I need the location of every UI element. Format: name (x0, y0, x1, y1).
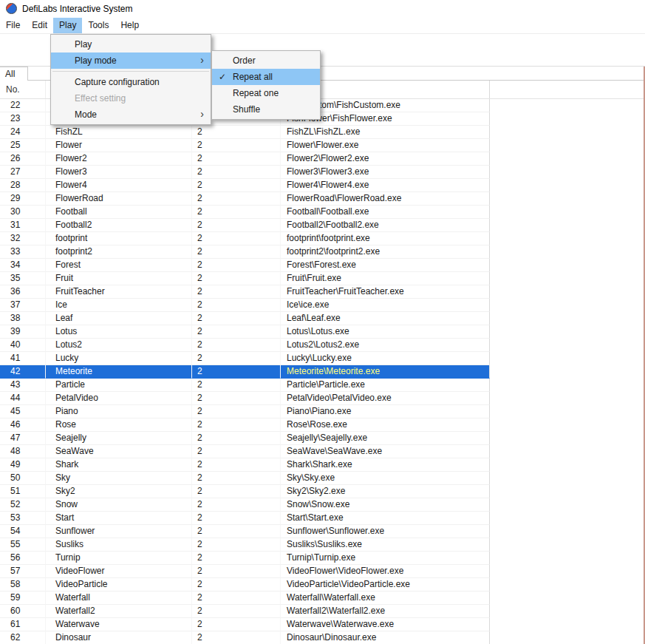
window-title: DefiLabs Interactive System (22, 4, 132, 14)
table-row[interactable]: 27Flower32Flower3\Flower3.exe (0, 166, 645, 179)
table-row[interactable]: 42Meteorite2Meteorite\Meteorite.exe (0, 365, 645, 379)
table-row[interactable]: 53Start2Start\Start.exe (0, 512, 645, 525)
table-row[interactable]: 60Waterfall22Waterfall2\Waterfall2.exe (0, 605, 645, 618)
cell-name: Football (46, 206, 192, 219)
table-row[interactable]: 58VideoParticle2VideoParticle\VideoParti… (0, 578, 645, 592)
play-mode-item-shuffle[interactable]: Shuffle (212, 101, 320, 118)
play-mode-item-repeat-one[interactable]: Repeat one (212, 85, 320, 101)
play-menu-item-play[interactable]: Play (51, 36, 211, 52)
table-row[interactable]: 32footprint2footprint\footprint.exe (0, 232, 645, 245)
cell-count: 2 (192, 219, 281, 232)
cell-count: 2 (192, 618, 281, 631)
cell-no: 54 (0, 525, 46, 538)
table-row[interactable]: 35Fruit2Fruit\Fruit.exe (0, 272, 645, 285)
cell-name: Waterfall2 (46, 605, 192, 618)
table-row[interactable]: 52Snow2Snow\Snow.exe (0, 498, 645, 512)
table-row[interactable]: 50Sky2Sky\Sky.exe (0, 472, 645, 485)
play-menu-item-capture-configuration[interactable]: Capture configuration (51, 74, 211, 90)
table-row[interactable]: 25Flower2Flower\Flower.exe (0, 139, 645, 152)
table-row[interactable]: 38Leaf2Leaf\Leaf.exe (0, 312, 645, 325)
table-row[interactable]: 55Susliks2Susliks\Susliks.exe (0, 538, 645, 552)
cell-no: 58 (0, 578, 46, 592)
cell-path: FishZL\FishZL.exe (281, 126, 490, 139)
menu-separator (52, 71, 209, 72)
cell-no: 47 (0, 432, 46, 445)
play-mode-item-order[interactable]: Order (212, 52, 320, 69)
cell-count: 2 (192, 498, 281, 512)
table-row[interactable]: 61Waterwave2Waterwave\Waterwave.exe (0, 618, 645, 631)
play-menu-item-play-mode[interactable]: Play mode› (51, 52, 211, 69)
cell-count: 2 (192, 631, 281, 644)
table-row[interactable]: 24FishZL2FishZL\FishZL.exe (0, 126, 645, 139)
table-row[interactable]: 43Particle2Particle\Particle.exe (0, 379, 645, 392)
cell-no: 50 (0, 472, 46, 485)
table-row[interactable]: 39Lotus2Lotus\Lotus.exe (0, 325, 645, 339)
cell-path: Lucky\Lucky.exe (281, 352, 490, 365)
cell-no: 40 (0, 339, 46, 352)
cell-no: 46 (0, 418, 46, 432)
cell-count: 2 (192, 605, 281, 618)
cell-name: SeaWave (46, 445, 192, 458)
play-menu-item-mode[interactable]: Mode› (51, 106, 211, 123)
cell-no: 24 (0, 126, 46, 139)
cell-name: Lotus2 (46, 339, 192, 352)
table-row[interactable]: 37Ice2Ice\ice.exe (0, 299, 645, 312)
table-row[interactable]: 29FlowerRoad2FlowerRoad\FlowerRoad.exe (0, 192, 645, 206)
cell-no: 36 (0, 285, 46, 299)
table-row[interactable]: 47Seajelly2Seajelly\Seajelly.exe (0, 432, 645, 445)
cell-count: 2 (192, 472, 281, 485)
table-row[interactable]: 26Flower22Flower2\Flower2.exe (0, 152, 645, 166)
cell-path: FlowerRoad\FlowerRoad.exe (281, 192, 490, 206)
cell-count: 2 (192, 405, 281, 418)
cell-no: 49 (0, 458, 46, 472)
table-row[interactable]: 54Sunflower2Sunflower\Sunflower.exe (0, 525, 645, 538)
cell-name: Sky2 (46, 485, 192, 498)
table-row[interactable]: 45Piano2Piano\Piano.exe (0, 405, 645, 418)
cell-no: 57 (0, 565, 46, 578)
table-row[interactable]: 57VideoFlower2VideoFlower\VideoFlower.ex… (0, 565, 645, 578)
table-row[interactable]: 49Shark2Shark\Shark.exe (0, 458, 645, 472)
table-row[interactable]: 51Sky22Sky2\Sky2.exe (0, 485, 645, 498)
cell-path: VideoParticle\VideoParticle.exe (281, 578, 490, 592)
table-body: 22FishCustom2FishCustom\FishCustom.exe23… (0, 99, 645, 644)
table-row[interactable]: 46Rose2Rose\Rose.exe (0, 418, 645, 432)
menubar-item-help[interactable]: Help (115, 18, 145, 33)
cell-name: Start (46, 512, 192, 525)
playlist-table: No. 22FishCustom2FishCustom\FishCustom.e… (0, 81, 645, 644)
table-row[interactable]: 34Forest2Forest\Forest.exe (0, 259, 645, 272)
table-row[interactable]: 62Dinosaur2Dinosaur\Dinosaur.exe (0, 631, 645, 644)
cell-name: footprint2 (46, 245, 192, 259)
cell-count: 2 (192, 259, 281, 272)
header-no[interactable]: No. (0, 81, 46, 98)
cell-name: Susliks (46, 538, 192, 552)
table-row[interactable]: 33footprint22footprint2\footprint2.exe (0, 245, 645, 259)
table-row[interactable]: 48SeaWave2SeaWave\SeaWave.exe (0, 445, 645, 458)
menubar-item-play[interactable]: Play (53, 18, 82, 33)
menubar-item-file[interactable]: File (0, 18, 26, 33)
table-row[interactable]: 40Lotus22Lotus2\Lotus2.exe (0, 339, 645, 352)
play-mode-item-repeat-all[interactable]: ✓Repeat all (212, 69, 320, 85)
table-row[interactable]: 56Turnip2Turnip\Turnip.exe (0, 552, 645, 565)
cell-name: FruitTeacher (46, 285, 192, 299)
table-row[interactable]: 36FruitTeacher2FruitTeacher\FruitTeacher… (0, 285, 645, 299)
table-row[interactable]: 31Football22Football2\Football2.exe (0, 219, 645, 232)
cell-count: 2 (192, 232, 281, 245)
cell-count: 2 (192, 152, 281, 166)
tab-all[interactable]: All (0, 67, 28, 81)
cell-no: 25 (0, 139, 46, 152)
menu-item-label: Effect setting (75, 93, 126, 104)
table-row[interactable]: 59Waterfall2Waterfall\Waterfall.exe (0, 592, 645, 605)
cell-path: Flower\Flower.exe (281, 139, 490, 152)
cell-no: 42 (0, 365, 46, 379)
cell-no: 38 (0, 312, 46, 325)
table-row[interactable]: 30Football2Football\Football.exe (0, 206, 645, 219)
menubar-item-edit[interactable]: Edit (26, 18, 53, 33)
menu-item-label: Repeat all (233, 72, 273, 82)
table-row[interactable]: 41Lucky2Lucky\Lucky.exe (0, 352, 645, 365)
menubar-item-tools[interactable]: Tools (82, 18, 115, 33)
cell-path: VideoFlower\VideoFlower.exe (281, 565, 490, 578)
table-row[interactable]: 28Flower42Flower4\Flower4.exe (0, 179, 645, 192)
table-row[interactable]: 44PetalVideo2PetalVideo\PetalVideo.exe (0, 392, 645, 405)
cell-no: 51 (0, 485, 46, 498)
cell-count: 2 (192, 179, 281, 192)
